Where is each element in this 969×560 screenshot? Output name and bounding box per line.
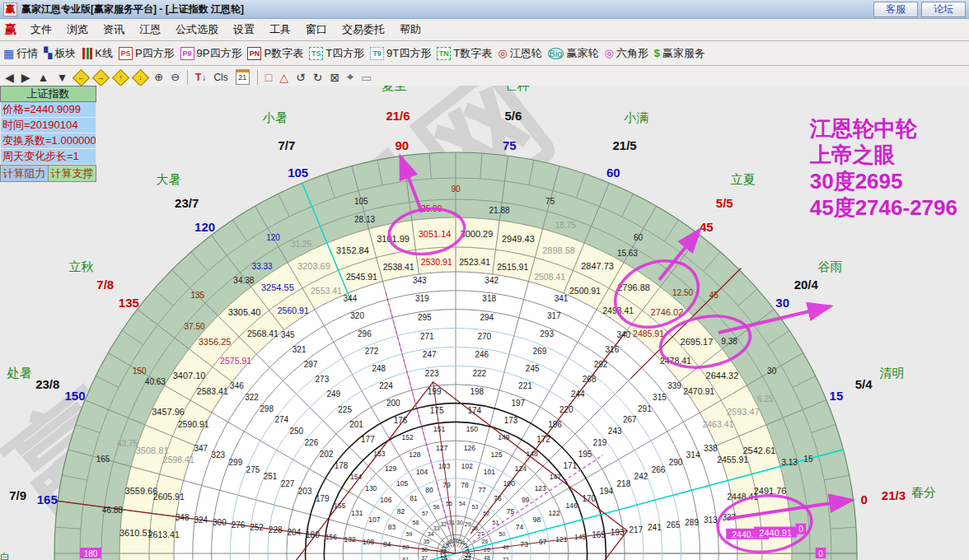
step-up-button[interactable]: ↑: [112, 69, 129, 86]
toolbar-t-table[interactable]: TNT数字表: [437, 46, 492, 61]
triangle-tool-button[interactable]: △: [279, 71, 288, 84]
svg-text:2463.41: 2463.41: [702, 419, 733, 429]
svg-text:289: 289: [685, 518, 699, 527]
menu-trade[interactable]: 交易委托: [335, 20, 392, 40]
svg-text:315: 315: [653, 393, 667, 402]
svg-text:266: 266: [652, 465, 666, 474]
svg-text:15: 15: [830, 389, 844, 403]
svg-text:2644.32: 2644.32: [706, 371, 739, 380]
nav-up-button[interactable]: ▲: [38, 71, 49, 84]
rotate-left-button[interactable]: ←: [73, 69, 90, 86]
toolbar-sectors[interactable]: ▚板块: [44, 46, 76, 61]
svg-text:180: 180: [84, 549, 98, 558]
svg-text:7/8: 7/8: [96, 278, 114, 292]
p9-badge-icon: P9: [180, 47, 194, 60]
svg-text:105: 105: [354, 197, 368, 206]
toolbar-winner-wheel[interactable]: Big赢家轮: [548, 46, 599, 61]
calendar-icon[interactable]: 21: [236, 69, 250, 85]
t-line-button[interactable]: T↓: [195, 72, 206, 83]
svg-text:3152.84: 3152.84: [336, 245, 369, 255]
svg-text:60: 60: [606, 166, 620, 180]
svg-text:156: 156: [325, 533, 337, 541]
svg-text:立夏: 立夏: [731, 172, 756, 186]
svg-text:323: 323: [211, 450, 225, 460]
rotate-cw-button[interactable]: ↻: [313, 71, 323, 84]
annotation-line: 45度2746-2796: [810, 194, 957, 221]
ts-badge-icon: TS: [309, 47, 323, 60]
zoom-in-button[interactable]: ⊕: [154, 71, 163, 83]
customer-service-button[interactable]: 客服: [873, 2, 918, 17]
toolbar-kline[interactable]: K线: [82, 46, 113, 61]
svg-text:127: 127: [436, 444, 447, 452]
svg-text:122: 122: [549, 509, 560, 517]
rotate-ccw-button[interactable]: ↺: [296, 71, 306, 84]
svg-text:132: 132: [344, 535, 356, 544]
delete-box-button[interactable]: ⊠: [330, 71, 340, 84]
svg-text:2485.91: 2485.91: [633, 329, 664, 338]
svg-text:32: 32: [440, 521, 447, 527]
svg-text:204: 204: [287, 528, 301, 537]
menu-settings[interactable]: 设置: [226, 20, 262, 40]
menu-file[interactable]: 文件: [23, 20, 59, 40]
svg-text:176: 176: [394, 416, 408, 425]
menu-news[interactable]: 资讯: [96, 20, 132, 40]
svg-text:3305.40: 3305.40: [228, 307, 261, 317]
toolbar-quotes[interactable]: ▦行情: [3, 46, 38, 61]
svg-text:30: 30: [456, 520, 463, 525]
svg-text:129: 129: [385, 464, 396, 473]
svg-text:105: 105: [288, 166, 308, 180]
toolbar-9t-square[interactable]: T99T四方形: [370, 46, 431, 61]
svg-text:105: 105: [396, 479, 408, 488]
svg-text:27: 27: [477, 531, 484, 537]
svg-text:197: 197: [511, 399, 525, 408]
toolbar-gann-wheel[interactable]: ◎江恩轮: [498, 46, 541, 61]
app-logo-icon: 赢: [3, 2, 17, 16]
svg-text:344: 344: [344, 294, 358, 303]
toolbar-9p-square[interactable]: P99P四方形: [180, 46, 242, 61]
toolbar-t-square[interactable]: TST四方形: [309, 46, 364, 61]
zoom-out-button[interactable]: ⊖: [171, 71, 180, 83]
svg-text:198: 198: [470, 387, 484, 396]
svg-text:193: 193: [611, 528, 625, 537]
center-target-button[interactable]: ⌖: [347, 70, 353, 84]
svg-text:77: 77: [478, 486, 486, 494]
svg-text:270: 270: [477, 332, 491, 341]
menu-help[interactable]: 帮助: [392, 20, 428, 40]
toolbar-winner-service[interactable]: $赢家服务: [654, 46, 705, 61]
nav-right-button[interactable]: ▶: [21, 71, 30, 84]
screen-button[interactable]: ▭: [361, 71, 372, 84]
calc-support-button[interactable]: 计算支撑: [49, 165, 96, 182]
svg-text:2530.91: 2530.91: [421, 257, 452, 267]
svg-text:314: 314: [686, 450, 700, 460]
svg-text:4: 4: [461, 540, 465, 546]
menu-window[interactable]: 窗口: [298, 20, 335, 40]
nav-left-button[interactable]: ◀: [5, 71, 14, 84]
toolbar-p-table[interactable]: PNP数字表: [247, 46, 303, 61]
svg-text:90: 90: [395, 138, 409, 152]
svg-text:276: 276: [232, 520, 246, 530]
menu-browse[interactable]: 浏览: [59, 20, 96, 40]
menu-formula-stockpick[interactable]: 公式选股: [168, 20, 226, 40]
step-down-button[interactable]: ↓: [132, 69, 149, 86]
svg-text:293: 293: [540, 329, 554, 338]
menu-tools[interactable]: 工具: [262, 20, 298, 40]
cls-button[interactable]: Cls: [213, 72, 227, 83]
toolbar-hexagon[interactable]: ◎六角形: [604, 46, 648, 61]
menu-gann[interactable]: 江恩: [132, 20, 168, 40]
toolbar-p-square[interactable]: PSP四方形: [119, 46, 175, 61]
menu-logo-icon: 赢: [5, 22, 16, 37]
svg-text:98: 98: [533, 516, 541, 524]
svg-text:338: 338: [704, 444, 718, 453]
svg-text:79: 79: [442, 481, 451, 489]
gann-wheel-chart-area: 赢家财富网 www.yingjia360.com QQ:100800260 12…: [0, 86, 969, 560]
svg-text:201: 201: [349, 420, 363, 429]
svg-text:108: 108: [363, 538, 374, 546]
rotate-right-button[interactable]: →: [92, 69, 110, 86]
square-tool-button[interactable]: □: [265, 71, 272, 84]
forum-button[interactable]: 论坛: [921, 2, 966, 17]
svg-text:317: 317: [547, 311, 561, 320]
nav-down-button[interactable]: ▼: [56, 71, 68, 84]
svg-text:100: 100: [503, 479, 515, 488]
calc-resistance-button[interactable]: 计算阻力: [0, 165, 49, 182]
svg-text:180: 180: [306, 530, 320, 539]
